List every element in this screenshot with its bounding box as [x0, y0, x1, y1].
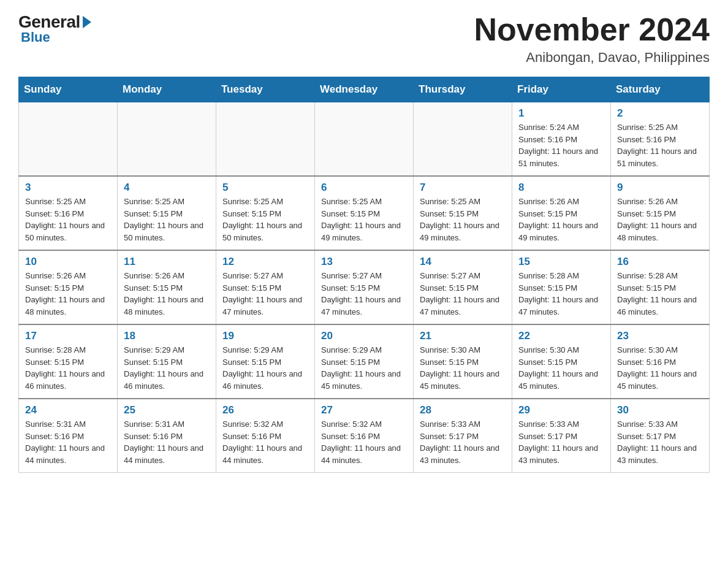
day-number: 25: [124, 404, 210, 416]
weekday-header-sunday: Sunday: [19, 77, 118, 102]
day-info: Sunrise: 5:30 AM Sunset: 5:16 PM Dayligh…: [617, 344, 703, 392]
calendar-cell: 9Sunrise: 5:26 AM Sunset: 5:15 PM Daylig…: [611, 176, 710, 250]
weekday-header-saturday: Saturday: [611, 77, 710, 102]
calendar-week-row: 17Sunrise: 5:28 AM Sunset: 5:15 PM Dayli…: [19, 324, 710, 399]
calendar-cell: 6Sunrise: 5:25 AM Sunset: 5:15 PM Daylig…: [315, 176, 414, 250]
day-info: Sunrise: 5:32 AM Sunset: 5:16 PM Dayligh…: [321, 418, 407, 466]
day-number: 9: [617, 182, 703, 194]
day-info: Sunrise: 5:29 AM Sunset: 5:15 PM Dayligh…: [321, 344, 407, 392]
weekday-header-wednesday: Wednesday: [315, 77, 414, 102]
calendar-cell: 11Sunrise: 5:26 AM Sunset: 5:15 PM Dayli…: [118, 250, 216, 324]
calendar-cell: 1Sunrise: 5:24 AM Sunset: 5:16 PM Daylig…: [512, 102, 611, 177]
day-number: 22: [518, 330, 604, 342]
calendar-cell: [315, 102, 414, 177]
day-info: Sunrise: 5:26 AM Sunset: 5:15 PM Dayligh…: [124, 270, 210, 318]
calendar-body: 1Sunrise: 5:24 AM Sunset: 5:16 PM Daylig…: [19, 102, 710, 473]
day-number: 20: [321, 330, 407, 342]
day-info: Sunrise: 5:28 AM Sunset: 5:15 PM Dayligh…: [518, 270, 604, 318]
calendar-header-row: SundayMondayTuesdayWednesdayThursdayFrid…: [19, 77, 710, 102]
day-info: Sunrise: 5:30 AM Sunset: 5:15 PM Dayligh…: [518, 344, 604, 392]
day-number: 16: [617, 256, 703, 268]
day-info: Sunrise: 5:25 AM Sunset: 5:16 PM Dayligh…: [617, 121, 703, 169]
calendar-cell: 25Sunrise: 5:31 AM Sunset: 5:16 PM Dayli…: [118, 399, 216, 473]
day-number: 23: [617, 330, 703, 342]
calendar-cell: [414, 102, 512, 177]
weekday-header-friday: Friday: [512, 77, 611, 102]
calendar-cell: 8Sunrise: 5:26 AM Sunset: 5:15 PM Daylig…: [512, 176, 611, 250]
weekday-header-monday: Monday: [118, 77, 216, 102]
calendar-cell: [19, 102, 118, 177]
calendar-cell: 21Sunrise: 5:30 AM Sunset: 5:15 PM Dayli…: [414, 324, 512, 399]
day-info: Sunrise: 5:27 AM Sunset: 5:15 PM Dayligh…: [321, 270, 407, 318]
calendar-cell: [118, 102, 216, 177]
day-info: Sunrise: 5:30 AM Sunset: 5:15 PM Dayligh…: [420, 344, 506, 392]
location-title: Anibongan, Davao, Philippines: [474, 50, 710, 66]
calendar-cell: 18Sunrise: 5:29 AM Sunset: 5:15 PM Dayli…: [118, 324, 216, 399]
calendar-cell: 2Sunrise: 5:25 AM Sunset: 5:16 PM Daylig…: [611, 102, 710, 177]
day-number: 12: [222, 256, 308, 268]
calendar-cell: 23Sunrise: 5:30 AM Sunset: 5:16 PM Dayli…: [611, 324, 710, 399]
day-number: 26: [222, 404, 308, 416]
calendar-cell: 13Sunrise: 5:27 AM Sunset: 5:15 PM Dayli…: [315, 250, 414, 324]
day-number: 5: [222, 182, 308, 194]
day-number: 27: [321, 404, 407, 416]
day-info: Sunrise: 5:33 AM Sunset: 5:17 PM Dayligh…: [518, 418, 604, 466]
calendar-cell: [216, 102, 315, 177]
day-info: Sunrise: 5:31 AM Sunset: 5:16 PM Dayligh…: [25, 418, 111, 466]
title-section: November 2024 Anibongan, Davao, Philippi…: [474, 12, 710, 66]
day-info: Sunrise: 5:28 AM Sunset: 5:15 PM Dayligh…: [25, 344, 111, 392]
day-info: Sunrise: 5:28 AM Sunset: 5:15 PM Dayligh…: [617, 270, 703, 318]
weekday-header-tuesday: Tuesday: [216, 77, 315, 102]
calendar-cell: 7Sunrise: 5:25 AM Sunset: 5:15 PM Daylig…: [414, 176, 512, 250]
day-number: 1: [518, 107, 604, 120]
calendar-week-row: 24Sunrise: 5:31 AM Sunset: 5:16 PM Dayli…: [19, 399, 710, 473]
calendar-cell: 30Sunrise: 5:33 AM Sunset: 5:17 PM Dayli…: [611, 399, 710, 473]
logo: General Blue: [18, 12, 91, 45]
day-info: Sunrise: 5:25 AM Sunset: 5:15 PM Dayligh…: [321, 196, 407, 243]
day-info: Sunrise: 5:32 AM Sunset: 5:16 PM Dayligh…: [222, 418, 308, 466]
day-number: 4: [124, 182, 210, 194]
calendar-cell: 27Sunrise: 5:32 AM Sunset: 5:16 PM Dayli…: [315, 399, 414, 473]
day-number: 24: [25, 404, 111, 416]
calendar-cell: 15Sunrise: 5:28 AM Sunset: 5:15 PM Dayli…: [512, 250, 611, 324]
calendar-cell: 17Sunrise: 5:28 AM Sunset: 5:15 PM Dayli…: [19, 324, 118, 399]
day-number: 19: [222, 330, 308, 342]
weekday-header-thursday: Thursday: [414, 77, 512, 102]
calendar-cell: 24Sunrise: 5:31 AM Sunset: 5:16 PM Dayli…: [19, 399, 118, 473]
day-number: 13: [321, 256, 407, 268]
logo-arrow-icon: [83, 16, 91, 28]
month-title: November 2024: [474, 12, 710, 47]
day-info: Sunrise: 5:25 AM Sunset: 5:15 PM Dayligh…: [420, 196, 506, 243]
calendar-cell: 12Sunrise: 5:27 AM Sunset: 5:15 PM Dayli…: [216, 250, 315, 324]
calendar-cell: 4Sunrise: 5:25 AM Sunset: 5:15 PM Daylig…: [118, 176, 216, 250]
calendar-cell: 10Sunrise: 5:26 AM Sunset: 5:15 PM Dayli…: [19, 250, 118, 324]
calendar-cell: 29Sunrise: 5:33 AM Sunset: 5:17 PM Dayli…: [512, 399, 611, 473]
day-number: 3: [25, 182, 111, 194]
day-number: 14: [420, 256, 506, 268]
calendar-cell: 16Sunrise: 5:28 AM Sunset: 5:15 PM Dayli…: [611, 250, 710, 324]
logo-blue-text: Blue: [21, 29, 50, 45]
day-number: 8: [518, 182, 604, 194]
day-number: 28: [420, 404, 506, 416]
day-info: Sunrise: 5:24 AM Sunset: 5:16 PM Dayligh…: [518, 121, 604, 169]
day-number: 18: [124, 330, 210, 342]
calendar-week-row: 1Sunrise: 5:24 AM Sunset: 5:16 PM Daylig…: [19, 102, 710, 177]
calendar-cell: 14Sunrise: 5:27 AM Sunset: 5:15 PM Dayli…: [414, 250, 512, 324]
calendar-cell: 22Sunrise: 5:30 AM Sunset: 5:15 PM Dayli…: [512, 324, 611, 399]
day-number: 29: [518, 404, 604, 416]
calendar-cell: 5Sunrise: 5:25 AM Sunset: 5:15 PM Daylig…: [216, 176, 315, 250]
day-info: Sunrise: 5:31 AM Sunset: 5:16 PM Dayligh…: [124, 418, 210, 466]
day-number: 10: [25, 256, 111, 268]
day-number: 11: [124, 256, 210, 268]
day-info: Sunrise: 5:25 AM Sunset: 5:15 PM Dayligh…: [222, 196, 308, 243]
day-info: Sunrise: 5:29 AM Sunset: 5:15 PM Dayligh…: [124, 344, 210, 392]
calendar-cell: 20Sunrise: 5:29 AM Sunset: 5:15 PM Dayli…: [315, 324, 414, 399]
day-info: Sunrise: 5:25 AM Sunset: 5:15 PM Dayligh…: [124, 196, 210, 243]
calendar-cell: 26Sunrise: 5:32 AM Sunset: 5:16 PM Dayli…: [216, 399, 315, 473]
day-number: 6: [321, 182, 407, 194]
calendar-week-row: 10Sunrise: 5:26 AM Sunset: 5:15 PM Dayli…: [19, 250, 710, 324]
day-number: 2: [617, 107, 703, 120]
day-info: Sunrise: 5:25 AM Sunset: 5:16 PM Dayligh…: [25, 196, 111, 243]
day-info: Sunrise: 5:27 AM Sunset: 5:15 PM Dayligh…: [420, 270, 506, 318]
calendar-cell: 28Sunrise: 5:33 AM Sunset: 5:17 PM Dayli…: [414, 399, 512, 473]
